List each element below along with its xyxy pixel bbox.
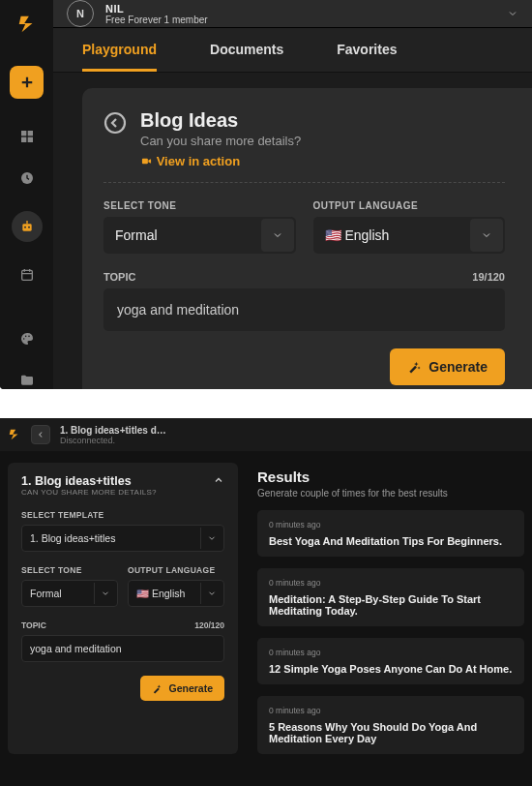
result-text: Best Yoga And Meditation Tips For Beginn…: [269, 535, 513, 547]
workspace-header[interactable]: N NIL Free Forever 1 member: [53, 0, 532, 28]
generator-panel: Blog Ideas Can you share more details? V…: [82, 88, 532, 389]
tab-playground[interactable]: Playground: [82, 28, 157, 72]
palette-icon[interactable]: [18, 330, 36, 348]
language-select[interactable]: 🇺🇸 English: [313, 217, 506, 254]
tone-label: SELECT TONE: [21, 565, 118, 575]
sidebar: [0, 0, 53, 389]
panel-title: Blog Ideas: [140, 109, 301, 132]
result-timestamp: 0 minutes ago: [269, 578, 513, 588]
svg-point-6: [24, 227, 26, 228]
folder-icon[interactable]: [18, 372, 36, 389]
chevron-down-icon: [507, 8, 518, 19]
topic-input[interactable]: yoga and meditation: [103, 288, 505, 331]
workspace-name: NIL: [105, 3, 495, 15]
app-logo: [8, 428, 21, 441]
top-bar: 1. Blog ideas+titles d… Disconnected.: [0, 418, 532, 451]
result-text: Meditation: A Step-By-Step Guide To Star…: [269, 593, 513, 617]
chevron-down-icon: [261, 219, 294, 252]
svg-rect-5: [22, 224, 31, 230]
settings-panel: 1. Blog ideas+titles CAN YOU SHARE MORE …: [8, 463, 238, 754]
panel-subtitle: CAN YOU SHARE MORE DETAILS?: [21, 488, 157, 497]
breadcrumb: 1. Blog ideas+titles d…: [60, 425, 166, 436]
topic-label: TOPIC: [103, 271, 135, 283]
chevron-down-icon: [94, 583, 115, 604]
panel-title: 1. Blog ideas+titles: [21, 474, 157, 488]
topic-label: TOPIC: [21, 620, 46, 630]
result-text: 12 Simple Yoga Poses Anyone Can Do At Ho…: [269, 663, 513, 675]
generate-button[interactable]: Generate: [140, 676, 224, 701]
svg-rect-0: [21, 131, 26, 136]
magic-icon: [152, 683, 163, 694]
back-icon[interactable]: [103, 111, 127, 135]
results-panel: Results Generate couple of times for the…: [251, 463, 524, 754]
result-item[interactable]: 0 minutes ago Meditation: A Step-By-Step…: [257, 568, 524, 626]
app-logo: [15, 12, 40, 37]
tab-bar: Playground Documents Favorites: [53, 28, 532, 73]
video-icon: [140, 156, 153, 166]
panel-subtitle: Can you share more details?: [140, 134, 301, 148]
history-icon[interactable]: [18, 169, 36, 187]
tone-select[interactable]: Formal: [21, 580, 118, 607]
result-timestamp: 0 minutes ago: [269, 648, 513, 657]
workspace-plan: Free Forever 1 member: [105, 15, 495, 25]
svg-point-13: [105, 113, 125, 133]
view-in-action-link[interactable]: View in action: [140, 154, 301, 168]
svg-rect-8: [26, 221, 27, 224]
generate-button[interactable]: Generate: [390, 348, 505, 385]
topic-counter: 120/120: [194, 620, 224, 630]
svg-rect-2: [21, 137, 26, 142]
svg-point-12: [28, 336, 30, 338]
robot-icon[interactable]: [12, 211, 43, 242]
calendar-icon[interactable]: [18, 266, 36, 284]
tone-label: SELECT TONE: [103, 200, 296, 211]
chevron-down-icon: [200, 583, 222, 604]
tone-select[interactable]: Formal: [103, 217, 296, 254]
language-label: OUTPUT LANGUAGE: [128, 565, 224, 575]
connection-status: Disconnected.: [60, 436, 166, 445]
svg-rect-14: [142, 159, 148, 165]
topic-input[interactable]: yoga and meditation: [21, 635, 224, 662]
language-select[interactable]: 🇺🇸 English: [128, 580, 224, 607]
result-item[interactable]: 0 minutes ago 12 Simple Yoga Poses Anyon…: [257, 638, 524, 684]
language-label: OUTPUT LANGUAGE: [313, 200, 506, 211]
chevron-down-icon: [470, 219, 503, 252]
topic-counter: 19/120: [472, 271, 505, 283]
avatar: N: [67, 0, 94, 27]
collapse-icon[interactable]: [213, 474, 224, 486]
dashboard-icon[interactable]: [18, 128, 36, 145]
result-item[interactable]: 0 minutes ago 5 Reasons Why You Should D…: [257, 696, 524, 754]
result-timestamp: 0 minutes ago: [269, 520, 513, 529]
back-button[interactable]: [31, 425, 50, 444]
results-title: Results: [257, 469, 524, 485]
template-select[interactable]: 1. Blog ideas+titles: [21, 525, 224, 552]
svg-point-11: [24, 336, 26, 338]
template-label: SELECT TEMPLATE: [21, 510, 224, 520]
svg-rect-1: [27, 131, 32, 136]
result-text: 5 Reasons Why You Should Do Yoga And Med…: [269, 721, 513, 744]
svg-point-10: [22, 338, 24, 340]
result-timestamp: 0 minutes ago: [269, 706, 513, 715]
new-button[interactable]: [10, 66, 44, 99]
svg-rect-9: [21, 270, 32, 280]
chevron-down-icon: [200, 528, 222, 549]
svg-point-7: [28, 227, 30, 228]
tab-documents[interactable]: Documents: [210, 28, 283, 72]
results-subtitle: Generate couple of times for the best re…: [257, 488, 524, 499]
result-item[interactable]: 0 minutes ago Best Yoga And Meditation T…: [257, 510, 524, 557]
svg-rect-3: [27, 137, 32, 142]
tab-favorites[interactable]: Favorites: [337, 28, 397, 72]
magic-icon: [407, 360, 421, 374]
